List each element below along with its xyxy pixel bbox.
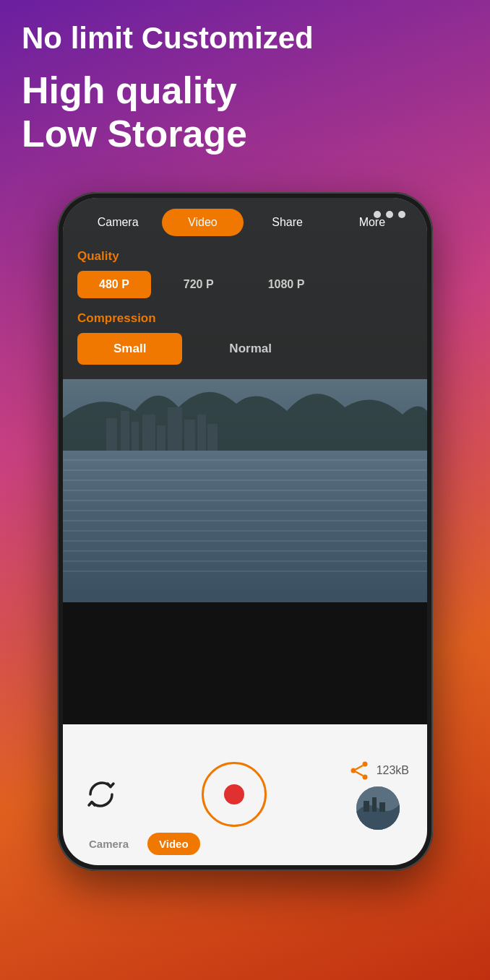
status-dot-3 bbox=[398, 211, 405, 218]
cityscape bbox=[63, 375, 427, 461]
top-section: No limit Customized High quality Low Sto… bbox=[0, 0, 490, 185]
tab-camera[interactable]: Camera bbox=[77, 209, 158, 236]
rotate-icon bbox=[83, 776, 119, 812]
svg-rect-17 bbox=[379, 802, 385, 812]
quality-label: Quality bbox=[77, 249, 413, 264]
phone-screen: Camera Video Share More Quality 480 P 72… bbox=[63, 198, 427, 865]
svg-line-12 bbox=[356, 766, 363, 770]
svg-point-9 bbox=[362, 762, 367, 767]
rotate-button[interactable] bbox=[81, 775, 121, 815]
subheadline-line1: High quality bbox=[22, 69, 237, 111]
phone-mockup: Camera Video Share More Quality 480 P 72… bbox=[57, 192, 433, 871]
compression-normal[interactable]: Normal bbox=[193, 333, 308, 365]
record-dot bbox=[224, 784, 244, 805]
status-dot-2 bbox=[386, 211, 393, 218]
svg-point-11 bbox=[362, 775, 367, 780]
bottom-nav-tabs: Camera Video bbox=[77, 833, 200, 855]
quality-480p[interactable]: 480 P bbox=[77, 271, 151, 298]
headline: No limit Customized bbox=[22, 22, 468, 55]
bottom-bar: 123kB bbox=[63, 724, 427, 865]
tab-bar: Camera Video Share More bbox=[77, 209, 413, 236]
bottom-tab-video[interactable]: Video bbox=[147, 833, 200, 855]
quality-720p[interactable]: 720 P bbox=[162, 271, 236, 298]
svg-rect-16 bbox=[372, 797, 377, 812]
svg-rect-15 bbox=[364, 801, 369, 812]
water-ripples bbox=[63, 451, 427, 602]
subheadline-line2: Low Storage bbox=[22, 113, 247, 155]
settings-overlay: Camera Video Share More Quality 480 P 72… bbox=[63, 198, 427, 379]
file-size-label: 123kB bbox=[377, 764, 409, 777]
compression-label: Compression bbox=[77, 311, 413, 326]
tab-share[interactable]: Share bbox=[247, 209, 328, 236]
thumbnail-preview[interactable] bbox=[356, 786, 400, 830]
status-dot-1 bbox=[374, 211, 381, 218]
app-container: No limit Customized High quality Low Sto… bbox=[0, 0, 490, 871]
water-area bbox=[63, 451, 427, 602]
right-controls: 123kB bbox=[348, 759, 409, 830]
quality-options: 480 P 720 P 1080 P bbox=[77, 271, 413, 298]
thumbnail-image bbox=[356, 786, 400, 830]
record-button[interactable] bbox=[202, 762, 267, 827]
bottom-tab-camera[interactable]: Camera bbox=[77, 833, 140, 855]
tab-video[interactable]: Video bbox=[162, 209, 243, 236]
subheadline: High quality Low Storage bbox=[22, 69, 468, 156]
compression-small[interactable]: Small bbox=[77, 333, 182, 365]
status-dots bbox=[374, 211, 405, 218]
share-area: 123kB bbox=[348, 759, 409, 782]
share-icon[interactable] bbox=[348, 759, 371, 782]
svg-line-13 bbox=[356, 772, 363, 776]
quality-1080p[interactable]: 1080 P bbox=[246, 271, 327, 298]
phone-container: Camera Video Share More Quality 480 P 72… bbox=[0, 185, 490, 871]
compression-options: Small Normal bbox=[77, 333, 413, 365]
svg-point-10 bbox=[351, 768, 356, 773]
